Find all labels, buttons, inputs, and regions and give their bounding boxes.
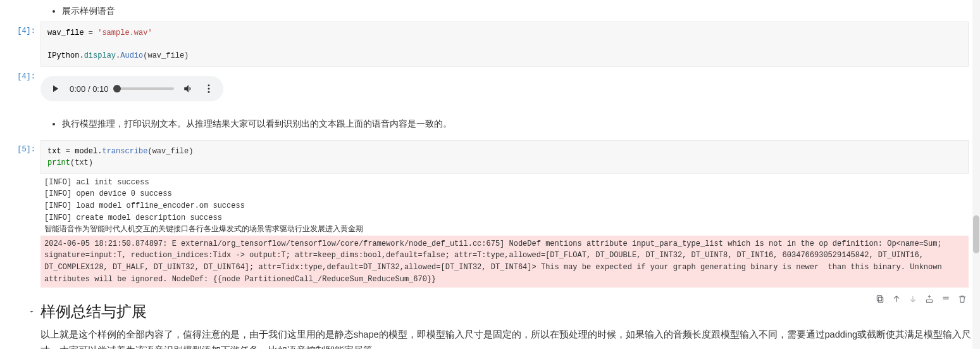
svg-point-1 (208, 88, 210, 90)
svg-rect-4 (877, 296, 881, 301)
volume-icon[interactable] (183, 83, 194, 94)
input-prompt: [5]: (0, 140, 40, 154)
svg-rect-3 (878, 297, 883, 302)
play-icon[interactable] (49, 83, 61, 94)
bullet-item: 展示样例语音 (62, 4, 980, 18)
audio-time-label: 0:00 / 0:10 (70, 84, 108, 94)
move-down-icon[interactable] (908, 294, 918, 304)
code-cell-input[interactable]: txt = model.transcribe(wav_file) print(t… (40, 140, 969, 174)
svg-point-0 (208, 85, 210, 87)
markdown-bullet-list: 执行模型推理，打印识别文本。从推理结果大家可以看到识别出的文本跟上面的语音内容是… (40, 113, 980, 139)
input-prompt: [4]: (0, 22, 40, 35)
svg-point-2 (208, 91, 210, 93)
audio-seek-knob[interactable] (113, 85, 121, 92)
audio-player: 0:00 / 0:10 (40, 76, 223, 101)
collapse-caret-icon[interactable] (28, 308, 35, 317)
markdown-bullet-list: 展示样例语音 (40, 0, 980, 22)
insert-below-icon[interactable] (941, 294, 951, 304)
code-cell-input[interactable]: wav_file = 'sample.wav' IPython.display.… (40, 22, 969, 67)
delete-icon[interactable] (957, 294, 967, 304)
vertical-scrollbar[interactable] (972, 0, 980, 349)
scrollbar-thumb[interactable] (973, 215, 979, 253)
cell-stdout: [INFO] acl init success [INFO] open devi… (40, 174, 969, 236)
copy-icon[interactable] (875, 294, 885, 304)
output-prompt: [4]: (0, 67, 40, 81)
audio-seek-slider[interactable] (117, 87, 174, 90)
section-heading: 样例总结与扩展 (40, 293, 980, 327)
cell-toolbar (875, 294, 967, 304)
move-up-icon[interactable] (891, 294, 902, 304)
more-icon[interactable] (203, 83, 214, 94)
section-paragraph: 以上就是这个样例的全部内容了，值得注意的是，由于我们这里用的是静态shape的模… (40, 327, 980, 349)
insert-above-icon[interactable] (924, 294, 934, 304)
bullet-item: 执行模型推理，打印识别文本。从推理结果大家可以看到识别出的文本跟上面的语音内容是… (62, 117, 980, 130)
cell-stderr: 2024-06-05 18:21:50.874897: E external/o… (40, 236, 969, 288)
svg-rect-5 (926, 300, 932, 302)
